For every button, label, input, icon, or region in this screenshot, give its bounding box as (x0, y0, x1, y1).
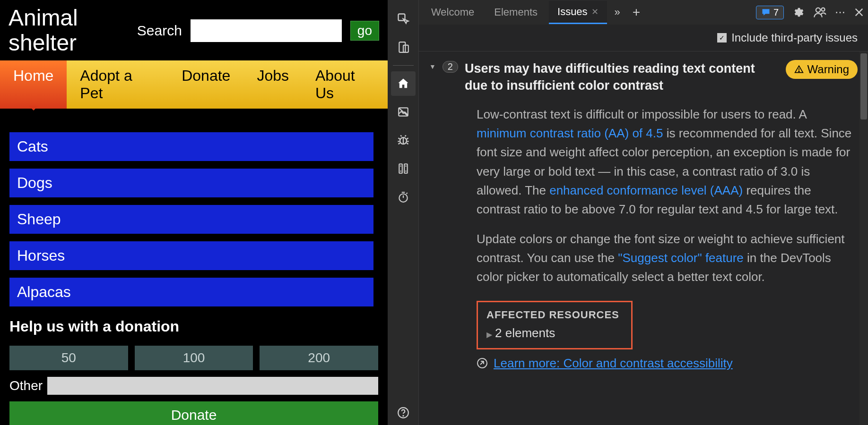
donation-other-input[interactable] (47, 377, 378, 395)
image-icon[interactable] (391, 100, 416, 124)
content: Cats Dogs Sheep Horses Alpacas Help us w… (0, 109, 388, 425)
donation-amount-200[interactable]: 200 (260, 346, 378, 370)
network-icon[interactable] (391, 156, 416, 181)
mini-expand-icon[interactable]: ▶ (486, 331, 492, 339)
learn-more-link[interactable]: Learn more: Color and contrast accessibi… (494, 356, 733, 371)
donation-amount-50[interactable]: 50 (9, 346, 128, 370)
nav-adopt[interactable]: Adopt a Pet (67, 60, 168, 109)
help-icon[interactable] (391, 400, 416, 425)
svg-point-14 (403, 416, 403, 416)
scrollbar-thumb[interactable] (860, 53, 867, 119)
affected-resources-box: AFFECTED RESOURCES ▶2 elements (477, 301, 633, 349)
tab-welcome[interactable]: Welcome (423, 1, 483, 23)
category-horses[interactable]: Horses (9, 241, 373, 270)
nav-about[interactable]: About Us (302, 60, 388, 109)
device-icon[interactable] (391, 35, 416, 60)
issues-toolbar: ✓ Include third-party issues (419, 25, 868, 51)
issue-title: Users may have difficulties reading text… (465, 60, 772, 94)
learn-more-row: Learn more: Color and contrast accessibi… (477, 356, 858, 371)
bug-icon[interactable] (391, 128, 416, 153)
svg-rect-7 (399, 164, 402, 173)
nav-home[interactable]: Home (0, 60, 67, 109)
inspect-icon[interactable] (391, 7, 416, 31)
app-panel: Animal shelter Search go Home Adopt a Pe… (0, 0, 388, 425)
account-icon[interactable] (813, 6, 826, 19)
more-tabs-icon[interactable]: » (610, 6, 625, 18)
tab-issues[interactable]: Issues ✕ (549, 1, 607, 24)
donation-heading: Help us with a donation (9, 318, 378, 335)
search-row: Search go (137, 19, 379, 42)
category-sheep[interactable]: Sheep (9, 205, 373, 234)
home-icon[interactable] (391, 71, 416, 96)
devtools-panel: Welcome Elements Issues ✕ » + 7 ⋯ ✓ (419, 0, 868, 425)
devtools-tabbar: Welcome Elements Issues ✕ » + 7 ⋯ (419, 0, 868, 25)
donation-other-row: Other (9, 377, 378, 395)
category-alpacas[interactable]: Alpacas (9, 278, 373, 306)
affected-resources-heading: AFFECTED RESOURCES (486, 309, 621, 321)
app-header: Animal shelter Search go (0, 0, 388, 60)
stopwatch-icon[interactable] (391, 185, 416, 209)
external-link-icon (477, 357, 488, 369)
link-suggest-color[interactable]: "Suggest color" feature (618, 251, 744, 265)
navbar: Home Adopt a Pet Donate Jobs About Us (0, 60, 388, 109)
close-tab-icon[interactable]: ✕ (591, 7, 599, 17)
issue-count-pill: 2 (443, 61, 458, 73)
svg-rect-1 (399, 42, 405, 52)
affected-resources-sub[interactable]: ▶2 elements (486, 326, 621, 340)
issues-body: ▼ 2 Users may have difficulties reading … (419, 51, 868, 425)
warning-badge: Warning (786, 60, 858, 79)
svg-point-16 (822, 8, 825, 11)
add-tab-icon[interactable]: + (628, 5, 645, 20)
nav-jobs[interactable]: Jobs (243, 60, 302, 109)
feedback-count: 7 (773, 7, 779, 18)
donate-button[interactable]: Donate (9, 401, 378, 425)
more-icon[interactable]: ⋯ (835, 6, 845, 18)
svg-point-9 (399, 194, 407, 202)
svg-rect-8 (404, 164, 408, 173)
close-devtools-icon[interactable] (854, 7, 864, 17)
settings-icon[interactable] (792, 6, 805, 18)
rail-separator (393, 65, 414, 66)
issue-para-2: Update colors or change the font size or… (477, 230, 858, 287)
link-aa-contrast[interactable]: minimum contrast ratio (AA) of 4.5 (477, 126, 663, 140)
expand-icon[interactable]: ▼ (429, 63, 436, 70)
svg-point-20 (799, 71, 799, 72)
link-aaa-contrast[interactable]: enhanced conformance level (AAA) (549, 183, 743, 197)
search-input[interactable] (191, 19, 342, 42)
feedback-badge[interactable]: 7 (756, 6, 784, 19)
search-label: Search (137, 23, 182, 39)
issue-header: ▼ 2 Users may have difficulties reading … (429, 60, 858, 94)
devtools-rail (388, 0, 419, 425)
category-cats[interactable]: Cats (9, 132, 373, 161)
nav-donate[interactable]: Donate (168, 60, 243, 109)
category-dogs[interactable]: Dogs (9, 169, 373, 197)
donation-amount-row: 50 100 200 (9, 346, 378, 370)
app-title: Animal shelter (9, 6, 137, 56)
third-party-label: Include third-party issues (731, 31, 858, 44)
issue-para-1: Low-contrast text is difficult or imposs… (477, 105, 858, 219)
search-go-button[interactable]: go (350, 21, 379, 41)
warning-badge-text: Warning (807, 63, 849, 76)
svg-point-15 (816, 8, 820, 12)
third-party-checkbox[interactable]: ✓ (717, 33, 727, 42)
tab-elements[interactable]: Elements (486, 1, 546, 23)
devtools-tabbar-right: 7 ⋯ (756, 6, 864, 19)
donation-amount-100[interactable]: 100 (135, 346, 253, 370)
scrollbar[interactable] (859, 51, 868, 425)
tab-issues-label: Issues (557, 6, 588, 18)
svg-line-12 (406, 193, 407, 194)
donation-other-label: Other (9, 378, 43, 393)
